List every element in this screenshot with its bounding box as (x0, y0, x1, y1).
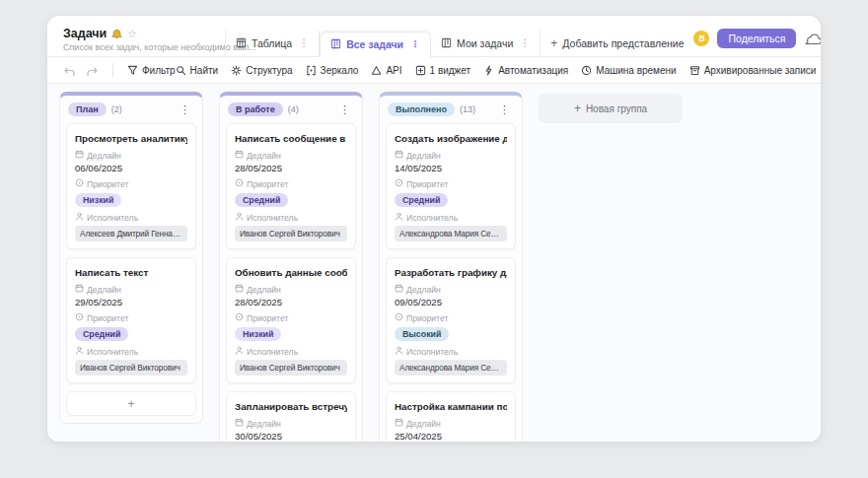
toolbar-item-label: Найти (190, 65, 219, 76)
mirror-icon (306, 65, 317, 76)
star-icon[interactable]: ☆ (127, 29, 137, 39)
priority-icon (395, 312, 403, 323)
calendar-icon (235, 418, 244, 429)
priority-icon (235, 312, 244, 323)
toolbar-item-label: Автоматизация (498, 65, 568, 76)
new-group-label: Новая группа (586, 103, 647, 114)
toolbar-item-search[interactable]: Найти (176, 65, 219, 76)
header: Задачи ☆ Список всех задач, которые необ… (47, 16, 821, 57)
avatar[interactable]: В (693, 31, 709, 46)
page-subtitle: Список всех задач, которые необходимо вы… (63, 42, 211, 52)
new-group-button[interactable]: +Новая группа (539, 94, 683, 123)
tab-menu-icon[interactable]: ⋮ (410, 38, 420, 49)
add-card-button[interactable]: + (66, 391, 196, 416)
view-tabs: Таблица⋮Все задачи⋮Мои задачи⋮+Добавить … (225, 16, 693, 56)
widget-icon (415, 65, 426, 76)
page-title: Задачи (63, 27, 107, 40)
tab-menu-icon[interactable]: ⋮ (299, 37, 309, 48)
column-header: Выполнено(13)⋮ (386, 96, 516, 123)
deadline-label: Дедлайн (235, 150, 347, 161)
toolbar-item-label: Машина времени (596, 65, 676, 76)
calendar-icon (75, 284, 84, 295)
toolbar-item-automation[interactable]: Автоматизация (483, 65, 568, 76)
kanban-column-2: В работе(4)⋮Написать сообщение в блогеДе… (219, 92, 363, 442)
kanban-icon (330, 38, 341, 49)
priority-icon (235, 178, 244, 189)
card-title: Разработать графику для со... (395, 266, 507, 279)
deadline-value: 25/04/2025 (395, 431, 507, 442)
deadline-label: Дедлайн (235, 284, 347, 295)
assignee-icon (395, 346, 403, 357)
toolbar-item-gear[interactable]: Структура (231, 65, 292, 76)
assignee-label: Исполнитель (395, 346, 507, 357)
card-title: Настройка кампании по эле... (395, 400, 507, 413)
toolbar-item-label: 1 виджет (430, 65, 471, 76)
assignee-label: Исполнитель (235, 346, 347, 357)
deadline-label: Дедлайн (235, 418, 347, 429)
deadline-value: 28/05/2025 (235, 297, 347, 307)
share-button[interactable]: Поделиться (717, 29, 796, 48)
redo-icon[interactable] (86, 64, 99, 76)
add-view-tab[interactable]: +Добавить представление (541, 31, 693, 56)
assignee-label: Исполнитель (235, 212, 347, 223)
kanban-icon (441, 37, 452, 48)
card-list: Написать сообщение в блогеДедлайн28/05/2… (226, 123, 356, 442)
task-card[interactable]: Просмотреть аналитикуДедлайн06/06/2025Пр… (66, 123, 196, 249)
column-header: В работе(4)⋮ (226, 96, 356, 123)
toolbar-item-mirror[interactable]: Зеркало (306, 65, 359, 76)
task-card[interactable]: Обновить данные сообществаДедлайн28/05/2… (226, 257, 356, 383)
card-title: Просмотреть аналитику (75, 132, 187, 145)
priority-icon (75, 178, 84, 189)
filter-button[interactable]: Фильтр (127, 65, 176, 76)
task-card[interactable]: Написать текстДедлайн29/05/2025Приоритет… (66, 257, 196, 383)
assignee-icon (395, 212, 403, 223)
tab-1[interactable]: Таблица⋮ (225, 31, 320, 56)
deadline-value: 06/06/2025 (75, 163, 187, 173)
card-list: Создать изображение для с...Дедлайн14/05… (386, 123, 516, 442)
task-card[interactable]: Написать сообщение в блогеДедлайн28/05/2… (226, 123, 356, 249)
deadline-label: Дедлайн (395, 418, 507, 429)
priority-badge: Средний (235, 193, 288, 207)
toolbar-item-archive[interactable]: Архивированные записи (689, 65, 817, 76)
toolbar-item-clock[interactable]: Машина времени (581, 65, 676, 76)
plus-icon: + (574, 102, 581, 115)
tab-3[interactable]: Мои задачи⋮ (431, 31, 541, 56)
column-menu-icon[interactable]: ⋮ (336, 103, 353, 116)
task-card[interactable]: Создать изображение для с...Дедлайн14/05… (386, 123, 516, 249)
assignee-icon (235, 346, 244, 357)
priority-icon (75, 312, 84, 323)
cloud-icon[interactable] (804, 32, 821, 46)
task-card[interactable]: Запланировать встречу ком...Дедлайн30/05… (226, 391, 356, 442)
bell-icon (110, 28, 123, 40)
column-menu-icon[interactable]: ⋮ (496, 103, 513, 116)
deadline-value: 28/05/2025 (235, 163, 347, 173)
column-name-pill: Выполнено (388, 102, 455, 116)
tab-menu-icon[interactable]: ⋮ (520, 37, 530, 48)
automation-icon (483, 65, 494, 76)
deadline-value: 09/05/2025 (395, 297, 507, 307)
undo-icon[interactable] (63, 64, 76, 76)
deadline-label: Дедлайн (75, 284, 187, 295)
toolbar-item-api[interactable]: API (371, 65, 401, 76)
assignee-label: Исполнитель (395, 212, 507, 223)
column-menu-icon[interactable]: ⋮ (177, 103, 193, 116)
kanban-column-3: Выполнено(13)⋮Создать изображение для с.… (379, 92, 523, 442)
assignee-chip: Иванов Сергей Викторович (235, 360, 347, 376)
task-card[interactable]: Настройка кампании по эле...Дедлайн25/04… (386, 391, 516, 442)
toolbar-right: НайтиСтруктураЗеркалоAPI1 виджетАвтомати… (176, 65, 817, 76)
toolbar-item-label: Зеркало (321, 65, 359, 76)
column-header: План(2)⋮ (66, 96, 196, 123)
task-card[interactable]: Разработать графику для со...Дедлайн09/0… (386, 257, 516, 383)
column-count: (2) (111, 104, 122, 114)
calendar-icon (235, 150, 244, 161)
priority-icon (395, 178, 403, 189)
card-title: Создать изображение для с... (395, 132, 507, 145)
deadline-value: 30/05/2025 (235, 431, 347, 442)
tab-2[interactable]: Все задачи⋮ (320, 32, 431, 57)
deadline-value: 14/05/2025 (395, 163, 507, 173)
calendar-icon (395, 150, 403, 161)
tab-label: Таблица (252, 37, 292, 49)
toolbar-item-widget[interactable]: 1 виджет (415, 65, 471, 76)
table-icon (236, 37, 247, 48)
toolbar-item-label: Структура (246, 65, 292, 76)
